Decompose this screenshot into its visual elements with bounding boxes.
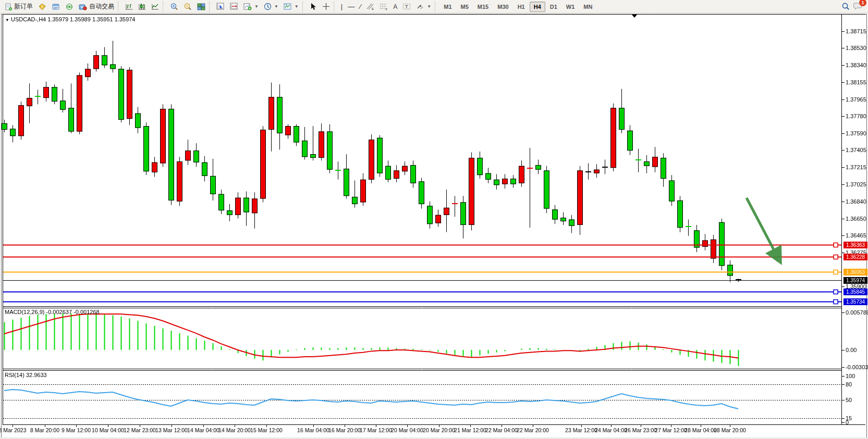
rsi-tick-label: 50 <box>846 397 852 403</box>
time-tick-label: 28 Mar 04:00 <box>684 427 717 433</box>
time-tick-label: 9 Mar 12:00 <box>62 427 91 433</box>
price-tick-label: 1.36650 <box>846 216 866 222</box>
price-tick-label: 1.37025 <box>846 181 866 187</box>
time-tick-label: 27 Mar 12:00 <box>655 427 687 433</box>
chart-canvas[interactable] <box>0 0 868 439</box>
time-tick-label: 16 Mar 20:00 <box>328 427 361 433</box>
macd-tick-label: 0.005789 <box>846 309 868 316</box>
price-tick-label: 1.37965 <box>846 96 866 103</box>
time-tick-label: 8 Mar 20:00 <box>30 427 59 433</box>
price-tick-label: 1.37590 <box>846 130 866 136</box>
time-tick-label: 23 Mar 12:00 <box>565 427 597 433</box>
rsi-tick-label: 80 <box>846 381 852 387</box>
time-tick-label: 12 Mar 23:00 <box>124 427 156 433</box>
time-tick-label: 14 Mar 04:00 <box>187 427 219 433</box>
macd-tick-label: 0.00 <box>846 347 857 353</box>
time-tick-label: 24 Mar 04:00 <box>595 427 627 433</box>
time-tick-label: 28 Mar 20:00 <box>714 427 746 433</box>
time-tick-label: 17 Mar 12:00 <box>360 427 392 433</box>
price-tick-label: 1.38340 <box>846 62 866 68</box>
price-tick-label: 1.38715 <box>846 28 866 34</box>
time-tick-label: 20 Mar 20:00 <box>423 427 455 433</box>
time-tick-label: 10 Mar 04:00 <box>92 427 124 433</box>
rsi-indicator-label: RSI(14) 32.9633 <box>5 372 47 378</box>
price-tick-label: 1.37405 <box>846 147 866 153</box>
mt4-window: 新订单 自动交易 <box>0 0 868 439</box>
price-line-label: 1.36228 <box>843 254 867 260</box>
price-tick-label: 1.36465 <box>846 232 866 239</box>
price-tick-label: 1.38530 <box>846 45 866 51</box>
time-tick-label: 26 Mar 23:00 <box>625 427 657 433</box>
price-line-label: 1.35974 <box>843 277 867 284</box>
price-tick-label: 1.37780 <box>846 113 866 119</box>
price-tick-label: 1.36840 <box>846 198 866 205</box>
price-line-label: 1.36363 <box>843 242 867 248</box>
macd-indicator-label: MACD(12,26,9) -0.002637 -0.001268 <box>5 309 100 315</box>
price-line-label: 1.35734 <box>843 298 867 305</box>
rsi-tick-label: 0 <box>846 419 849 425</box>
rsi-tick-label: 100 <box>846 373 855 379</box>
price-tick-label: 1.37215 <box>846 164 866 170</box>
time-tick-label: 8 Mar 2023 <box>0 427 27 433</box>
time-tick-label: 16 Mar 04:00 <box>297 427 329 433</box>
price-line-label: 1.35845 <box>843 289 867 295</box>
time-tick-label: 20 Mar 04:00 <box>391 427 423 433</box>
price-line-label: 1.36063 <box>843 269 867 275</box>
chart-title: ▼ USDCAD-,H4 1.35979 1.35989 1.35951 1.3… <box>5 16 136 22</box>
chart-title-text: USDCAD-,H4 1.35979 1.35989 1.35951 1.359… <box>11 16 136 22</box>
price-tick-label: 1.38155 <box>846 79 866 85</box>
time-tick-label: 14 Mar 20:00 <box>218 427 251 433</box>
macd-tick-label: -0.003039 <box>846 364 868 370</box>
time-tick-label: 22 Mar 04:00 <box>485 427 518 433</box>
time-tick-label: 13 Mar 12:00 <box>155 427 188 433</box>
time-tick-label: 21 Mar 12:00 <box>454 427 486 433</box>
time-tick-label: 15 Mar 12:00 <box>250 427 283 433</box>
chart-dropdown-icon[interactable]: ▼ <box>5 18 9 22</box>
time-tick-label: 22 Mar 20:00 <box>517 427 549 433</box>
